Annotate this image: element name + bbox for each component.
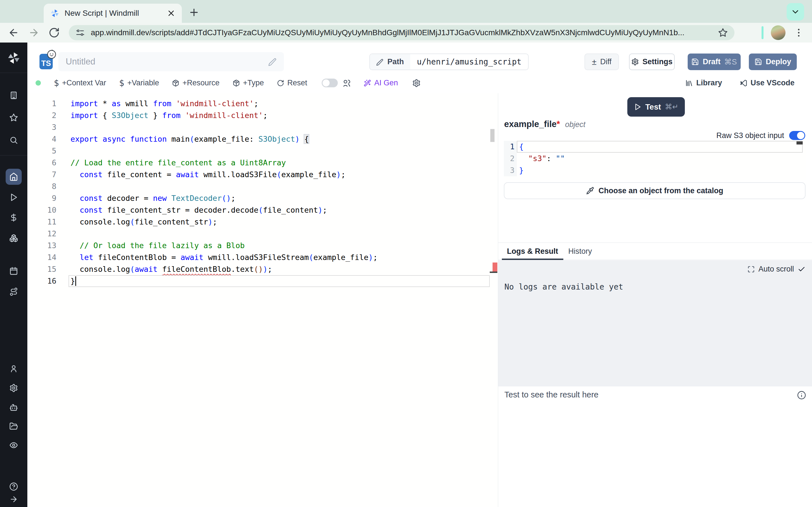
sidebar-divider [0,73,28,73]
browser-tab[interactable]: New Script | Windmill [44,4,182,23]
vscode-label: Use VScode [751,78,795,87]
sidebar-item-workspace-settings[interactable] [9,384,18,392]
edit-pencil-icon[interactable] [268,57,276,66]
address-bar[interactable]: app.windmill.dev/scripts/add#JTdCJTIyaGF… [69,25,734,40]
info-icon[interactable] [797,391,806,400]
tab-close-icon[interactable] [167,9,175,18]
code-line-13[interactable]: 13 // Or load the file lazily as a Blob [28,240,498,251]
code-line-15[interactable]: 15 console.log(await fileContentBlob.tex… [28,263,498,275]
line-content: const decoder = new TextDecoder(); [70,192,236,204]
add-context-var-button[interactable]: $ +Context Var [54,78,106,88]
diff-button[interactable]: ± Diff [585,54,619,70]
script-summary-input[interactable]: Untitled [58,52,284,71]
browser-menu-icon[interactable] [794,27,804,38]
draft-button[interactable]: Draft ⌘S [688,54,741,70]
line-number: 6 [28,157,56,169]
profile-avatar[interactable] [771,25,785,40]
code-line-6[interactable]: 6// Load the entire file_content as a Ui… [28,157,498,169]
folder-icon [9,422,18,431]
code-line-9[interactable]: 9 const decoder = new TextDecoder(); [28,192,498,204]
auto-scroll-control[interactable]: Auto scroll [748,265,806,274]
code-line-2[interactable]: 2import { S3Object } from 'windmill-clie… [28,110,498,121]
code-lines[interactable]: 1import * as wmill from 'windmill-client… [28,98,498,287]
use-vscode-button[interactable]: Use VScode [740,78,795,87]
sidebar-item-resources[interactable] [9,234,18,242]
test-button[interactable]: Test ⌘↵ [627,97,685,117]
sidebar-item-workspace[interactable] [9,91,18,100]
line-number: 9 [28,192,56,204]
code-line-1[interactable]: 1{ [504,141,806,153]
url-text[interactable]: app.windmill.dev/scripts/add#JTdCJTIyaGF… [91,28,713,37]
tab-history[interactable]: History [563,243,597,260]
text-cursor [75,276,76,286]
site-settings-icon[interactable] [75,28,85,37]
line-content: console.log(await fileContentBlob.text()… [70,263,272,275]
ai-gen-button[interactable]: AI Gen [364,78,398,87]
tab-search-button[interactable] [786,3,804,20]
code-line-4[interactable]: 4export async function main(example_file… [28,133,498,145]
sidebar-item-account[interactable] [9,364,18,373]
extensions-icon[interactable] [744,27,754,38]
bookmark-star-icon[interactable] [718,28,728,38]
reload-button[interactable] [49,27,60,38]
gear-icon [9,384,18,392]
sidebar-item-folders[interactable] [9,422,18,431]
add-resource-button[interactable]: +Resource [172,78,219,87]
sidebar-item-favorites[interactable] [9,113,18,122]
forward-button[interactable] [28,27,40,38]
check-icon[interactable] [798,265,806,273]
pipette-icon [586,187,594,194]
add-type-button[interactable]: +Type [233,78,264,87]
expand-icon[interactable] [748,266,755,273]
code-line-12[interactable]: 12 [28,228,498,240]
code-line-11[interactable]: 11 console.log(file_content_str); [28,216,498,228]
code-line-16[interactable]: 16} [28,275,498,287]
code-line-5[interactable]: 5 [28,145,498,157]
sidebar-item-home[interactable] [6,169,22,185]
play-icon [634,103,642,111]
deploy-button[interactable]: Deploy [749,54,797,70]
editor-settings-gear-icon[interactable] [412,79,421,87]
code-line-2[interactable]: 2 "s3": "" [504,153,806,165]
new-tab-button[interactable] [188,7,200,18]
sidebar-item-schedules[interactable] [9,267,18,276]
editor-scrollbar-thumb[interactable] [490,129,495,142]
line-number: 3 [28,121,56,133]
add-variable-button[interactable]: $ +Variable [119,78,159,88]
sidebar-item-expand-sidebar[interactable] [9,495,18,504]
reset-button[interactable]: Reset [277,78,307,87]
tab-logs-result[interactable]: Logs & Result [502,243,563,260]
sidebar-item-flows[interactable] [9,287,18,296]
sidebar-item-variables[interactable] [9,213,18,222]
sidebar-item-workers[interactable] [9,403,18,412]
settings-button[interactable]: Settings [629,54,675,70]
line-number: 5 [28,145,56,157]
code-line-1[interactable]: 1import * as wmill from 'windmill-client… [28,98,498,110]
library-button[interactable]: Library [685,78,722,87]
raw-s3-toggle[interactable] [789,131,805,140]
script-path-field[interactable]: Path u/henri/amusing_script [369,54,529,70]
code-line-14[interactable]: 14 let fileContentBlob = await wmill.loa… [28,251,498,263]
code-line-3[interactable]: 3 [28,121,498,133]
sidebar-item-help[interactable] [9,482,18,491]
boxes-icon [9,234,18,242]
back-button[interactable] [8,27,19,38]
users-icon [342,79,351,87]
code-line-10[interactable]: 10 const file_content_str = decoder.deco… [28,204,498,216]
multiplayer-toggle[interactable] [322,78,338,87]
code-line-7[interactable]: 7 const file_content = await wmill.loadS… [28,169,498,180]
choose-object-button[interactable]: Choose an object from the catalog [504,182,806,199]
user-icon [9,364,18,373]
code-line-8[interactable]: 8 [28,180,498,192]
code-line-3[interactable]: 3} [504,165,806,176]
help-icon [9,482,18,491]
sidebar-item-audit-logs[interactable] [9,441,18,450]
path-value: u/henri/amusing_script [410,54,528,69]
code-editor[interactable]: 1import * as wmill from 'windmill-client… [28,93,498,507]
argument-json-editor[interactable]: 1{2 "s3": ""3} [504,141,806,180]
sidebar-item-search[interactable] [9,136,18,145]
line-content: "s3": "" [519,153,565,165]
test-label: Test [645,103,661,112]
sidebar-item-runs[interactable] [9,193,18,202]
windmill-logo[interactable] [7,51,21,65]
